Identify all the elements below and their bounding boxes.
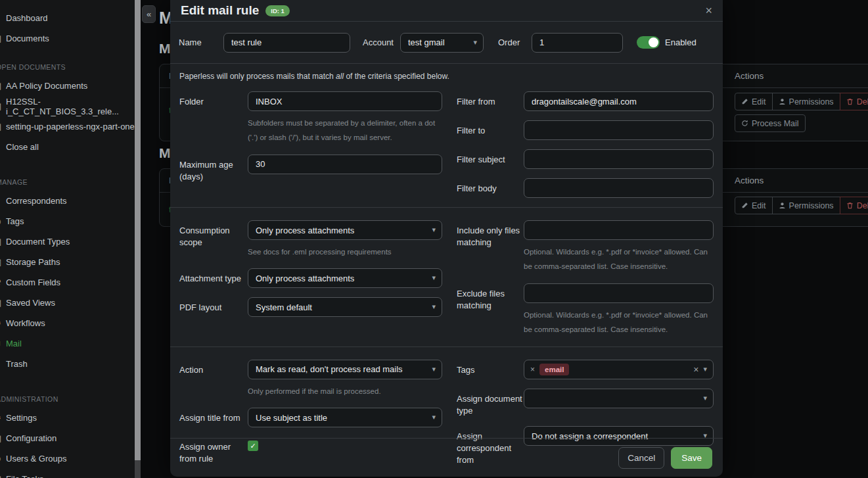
workflows-icon: ⚙ [0, 318, 3, 329]
document-icon: ▤ [0, 122, 3, 132]
chevron-down-icon: ▾ [432, 226, 436, 234]
action-label: Action [179, 360, 248, 398]
sidebar-scrollbar[interactable] [135, 0, 141, 478]
sidebar-item-users-groups[interactable]: ☺ Users & Groups [0, 448, 135, 469]
toggle-knob [649, 37, 658, 47]
settings-icon: ⚙ [0, 413, 3, 423]
action-hint: Only performed if the mail is processed. [248, 384, 442, 398]
max-age-label: Maximum age (days) [179, 155, 248, 183]
filter-subject-input[interactable] [524, 149, 714, 169]
trash-icon [846, 202, 854, 209]
pdf-layout-select[interactable]: System default ▾ [248, 297, 442, 317]
edit-button[interactable]: Edit [735, 197, 773, 214]
account-select[interactable]: test gmail ▾ [400, 33, 484, 53]
modal-footer: Cancel Save [170, 438, 723, 477]
sidebar-open-doc-3[interactable]: ▤ setting-up-paperless-ngx-part-one [0, 116, 135, 137]
filter-from-label: Filter from [457, 91, 524, 111]
account-actions: Edit Permissions Delete Process Mail [735, 93, 868, 132]
open-doc-label: AA Policy Documents [6, 81, 87, 91]
scrollbar-thumb[interactable] [135, 0, 141, 460]
cancel-button[interactable]: Cancel [618, 447, 664, 469]
document-icon: ▤ [0, 81, 3, 91]
custom-fields-icon: ⚒ [0, 277, 3, 288]
document-types-icon: ▤ [0, 237, 3, 247]
tag-chip: email [539, 364, 569, 375]
sidebar-item-custom-fields[interactable]: ⚒ Custom Fields [0, 272, 135, 293]
name-input[interactable] [223, 33, 350, 53]
sidebar-item-storage-paths[interactable]: ▥ Storage Paths [0, 252, 135, 272]
filter-from-input[interactable] [524, 91, 714, 111]
sidebar-open-doc-2[interactable]: ▤ H12SSL-i_C_CT_NT_BIOS_3.3_rele... [0, 96, 135, 116]
sidebar-item-label: Custom Fields [6, 277, 60, 287]
exclude-files-label: Exclude files matching [457, 283, 524, 337]
sidebar-item-documents[interactable]: ▤ Documents [0, 28, 135, 49]
consumption-scope-select[interactable]: Only process attachments ▾ [248, 220, 442, 240]
filter-to-input[interactable] [524, 120, 714, 140]
open-doc-label: setting-up-paperless-ngx-part-one [6, 122, 135, 131]
users-icon: ☺ [0, 454, 3, 464]
criteria-note: Paperless will only process mails that m… [170, 64, 723, 87]
sidebar: ⌂ Dashboard ▤ Documents OPEN DOCUMENTS ▤… [0, 0, 135, 478]
close-all-icon: × [0, 142, 3, 153]
edit-button[interactable]: Edit [735, 93, 773, 110]
sidebar-collapse-button[interactable]: « [142, 5, 156, 23]
assign-doc-type-select[interactable]: ▾ [524, 389, 714, 408]
sidebar-item-tags[interactable]: ◎ Tags [0, 211, 135, 231]
chevron-down-icon[interactable]: ▾ [703, 365, 707, 373]
assign-title-select[interactable]: Use subject as title ▾ [248, 408, 442, 427]
document-icon: ▤ [0, 101, 3, 112]
save-button[interactable]: Save [671, 447, 712, 469]
clear-icon[interactable]: × [693, 364, 698, 375]
sidebar-item-workflows[interactable]: ⚙ Workflows [0, 313, 135, 333]
edit-mail-rule-modal: Edit mail rule ID: 1 × Name Account test… [170, 0, 723, 477]
sidebar-open-doc-1[interactable]: ▤ AA Policy Documents [0, 76, 135, 96]
select-value: Only process attachments [256, 226, 354, 235]
column-header-actions: Actions [735, 71, 764, 81]
sidebar-item-file-tasks[interactable]: ▤ File Tasks [0, 469, 135, 478]
person-icon [779, 98, 786, 105]
permissions-button[interactable]: Permissions [772, 93, 840, 110]
enabled-label: Enabled [665, 37, 697, 47]
action-select[interactable]: Mark as read, don't process read mails ▾ [248, 360, 442, 379]
chevron-down-icon: ▾ [473, 38, 477, 47]
documents-icon: ▤ [0, 34, 3, 44]
button-label: Permissions [789, 97, 834, 107]
sidebar-item-mail[interactable]: ✉ Mail [0, 333, 135, 354]
folder-input[interactable] [248, 91, 442, 111]
sidebar-item-label: Mail [6, 339, 22, 348]
assign-doc-type-label: Assign document type [457, 389, 524, 417]
sidebar-item-saved-views[interactable]: ▦ Saved Views [0, 293, 135, 313]
mail-icon: ✉ [0, 339, 3, 349]
sidebar-item-label: Document Types [6, 237, 70, 247]
criteria-text: Paperless will only process mails that m… [179, 72, 336, 81]
exclude-files-input[interactable] [524, 283, 714, 303]
tags-icon: ◎ [0, 216, 3, 227]
permissions-button[interactable]: Permissions [772, 197, 840, 214]
manage-header: MANAGE [0, 177, 135, 187]
processing-section: Consumption scope Only process attachmen… [170, 216, 723, 347]
name-label: Name [179, 37, 223, 47]
sidebar-item-dashboard[interactable]: ⌂ Dashboard [0, 8, 135, 28]
chip-remove-icon[interactable]: × [530, 365, 535, 374]
button-label: Edit [752, 97, 766, 107]
include-files-input[interactable] [524, 220, 714, 240]
enabled-toggle[interactable] [637, 36, 660, 49]
filter-body-input[interactable] [524, 178, 714, 198]
delete-button[interactable]: Delete [840, 197, 868, 214]
max-age-input[interactable] [248, 155, 442, 174]
sidebar-item-settings[interactable]: ⚙ Settings [0, 408, 135, 428]
tags-multiselect[interactable]: × email × ▾ [524, 360, 714, 379]
close-icon[interactable]: × [705, 5, 712, 16]
sidebar-item-close-all[interactable]: × Close all [0, 137, 135, 157]
sidebar-item-label: Tags [6, 216, 24, 226]
sidebar-item-configuration[interactable]: ▧ Configuration [0, 428, 135, 448]
process-mail-button[interactable]: Process Mail [735, 114, 806, 132]
sidebar-item-trash[interactable]: ▯ Trash [0, 354, 135, 374]
pdf-layout-label: PDF layout [179, 297, 248, 317]
sidebar-item-document-types[interactable]: ▤ Document Types [0, 231, 135, 252]
account-label: Account [363, 37, 400, 47]
order-input[interactable] [532, 33, 623, 53]
delete-button[interactable]: Delete [840, 93, 868, 110]
attachment-type-select[interactable]: Only process attachments ▾ [248, 268, 442, 288]
sidebar-item-correspondents[interactable]: ◔ Correspondents [0, 191, 135, 211]
